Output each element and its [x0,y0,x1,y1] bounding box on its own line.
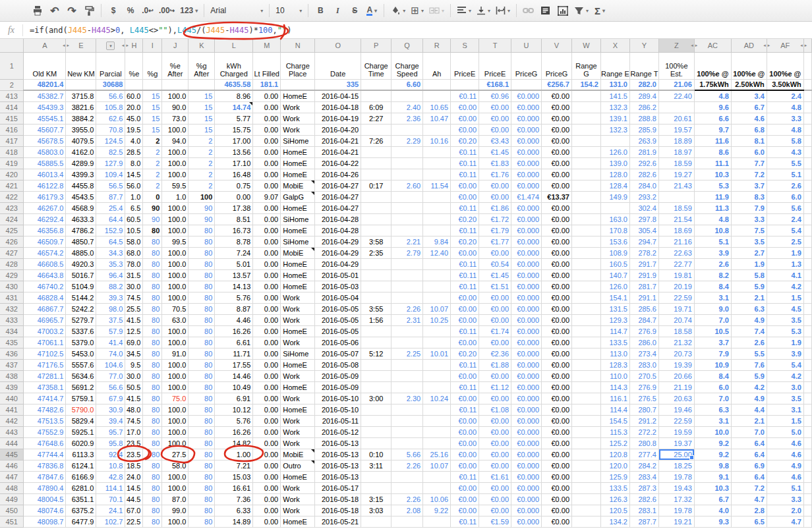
cell[interactable]: €0.00 [451,314,479,325]
cell[interactable]: 116.1 [600,393,629,404]
row-header[interactable]: 438 [0,370,24,381]
header-cell[interactable]: Range T [629,52,658,79]
cell[interactable]: 125.2 [600,437,629,449]
cell[interactable]: 4.8 [767,124,803,135]
cell[interactable]: 18.89 [658,135,694,146]
cell[interactable] [572,381,601,393]
cell[interactable]: MobiE [281,180,315,191]
cell[interactable]: 39.4 [96,415,125,426]
cell[interactable]: 2.26 [392,303,423,314]
cell[interactable]: 291.2 [629,415,658,426]
fill-color-button[interactable]: ▾ [388,3,407,18]
cell[interactable]: 15 [188,101,215,113]
cell[interactable]: €0.11 [451,146,479,157]
header-cell[interactable]: Range G [572,52,601,79]
cell[interactable]: 3715.8 [66,90,96,101]
cell[interactable]: 285.6 [629,303,658,314]
header-cell[interactable]: 100%e @ [767,52,803,79]
cell[interactable]: 100.0 [162,157,188,169]
cell[interactable] [572,426,601,437]
row-header[interactable]: 437 [0,359,24,370]
cell[interactable]: €0.00 [451,460,479,471]
cell[interactable]: 2016-04-27 [315,202,361,213]
cell[interactable]: 129.3 [600,314,629,325]
header-cell[interactable]: 100%e @ [731,52,767,79]
cell[interactable]: 6.5 [125,202,143,213]
cell[interactable] [392,269,423,281]
cell[interactable]: €0.00 [542,505,572,516]
cell[interactable]: 47744.4 [24,449,66,460]
cell[interactable]: 46965.7 [24,314,66,325]
hidden-columns-icon[interactable]: ▸ [768,43,770,48]
cell[interactable]: €1.474 [511,191,542,202]
cell[interactable]: 2016-04-28 [315,225,361,236]
cell[interactable]: 10.01 [423,348,451,359]
column-header-Y[interactable]: Y [629,39,658,52]
cell[interactable]: 3:03 [361,505,392,516]
cell[interactable]: 6.3 [731,303,767,314]
cell[interactable]: 10.5 [125,225,143,236]
cell[interactable]: 6.33 [215,505,253,516]
cell[interactable]: 47414.7 [24,393,66,404]
cell[interactable]: MobiE [281,247,315,258]
cell[interactable]: 5.4 [767,359,803,370]
row-header[interactable]: 440 [0,393,24,404]
cell[interactable]: 14.89 [215,516,253,527]
cell[interactable]: 80 [143,236,162,247]
cell[interactable]: 120.8 [600,449,629,460]
cell[interactable]: 15 [188,113,215,124]
cell[interactable]: 19.78 [658,505,694,516]
row-header[interactable]: 451 [0,516,24,527]
cell[interactable]: 6.4 [731,437,767,449]
cell[interactable]: HomeE [281,404,315,415]
totals-cell[interactable]: 131.0 [600,79,629,90]
cell[interactable] [423,146,451,157]
cell[interactable]: 80 [188,314,215,325]
cell[interactable]: 9.22 [423,505,451,516]
cell[interactable]: 134.2 [600,516,629,527]
cell[interactable]: 80 [188,258,215,269]
cell[interactable]: 25.4 [96,202,125,213]
column-header-stub[interactable]: ▸ [803,39,811,52]
cell[interactable]: €0.00 [542,482,572,493]
cell[interactable]: 17.10 [215,157,253,169]
cell[interactable]: 80 [143,303,162,314]
cell[interactable]: 80 [188,281,215,292]
header-cell[interactable]: PriceG [542,52,572,79]
bold-button[interactable]: B [312,3,328,18]
cell[interactable]: 5.5 [731,348,767,359]
cell[interactable]: 3:58 [361,236,392,247]
cell[interactable]: 289.4 [629,90,658,101]
cell[interactable]: HomeE [281,169,315,180]
cell[interactable]: 6166.9 [66,471,96,482]
cell[interactable]: 80 [188,482,215,493]
cell[interactable] [392,516,423,527]
cell[interactable]: 34.5 [125,348,143,359]
cell[interactable] [423,124,451,135]
cell[interactable]: 60.5 [125,213,143,225]
cell[interactable]: €0.000 [511,493,542,505]
cell[interactable]: €0.000 [511,437,542,449]
cell[interactable] [423,258,451,269]
row-header[interactable]: 418 [0,146,24,157]
cell[interactable]: 2.4 [767,213,803,225]
cell[interactable]: 2.6 [767,180,803,191]
cell[interactable]: €0.000 [511,202,542,213]
cell[interactable]: €0.000 [511,370,542,381]
cell[interactable] [423,202,451,213]
cell[interactable]: 17.55 [215,359,253,370]
cell[interactable]: 6.5 [731,516,767,527]
cell[interactable]: 6.91 [215,393,253,404]
cell[interactable]: 25.5 [125,303,143,314]
cell[interactable]: 2016-05-13 [315,471,361,482]
cell[interactable]: €0.00 [479,337,511,348]
cell[interactable]: €0.00 [542,124,572,135]
cell[interactable]: 0.00 [253,202,281,213]
cell[interactable]: €1.72 [479,213,511,225]
cell[interactable]: 4.5 [767,303,803,314]
cell[interactable]: 0:17 [361,180,392,191]
cell[interactable]: €0.000 [511,281,542,292]
cell[interactable] [572,460,601,471]
cell[interactable]: 4786.2 [66,225,96,236]
header-cell[interactable]: %e [125,52,143,79]
